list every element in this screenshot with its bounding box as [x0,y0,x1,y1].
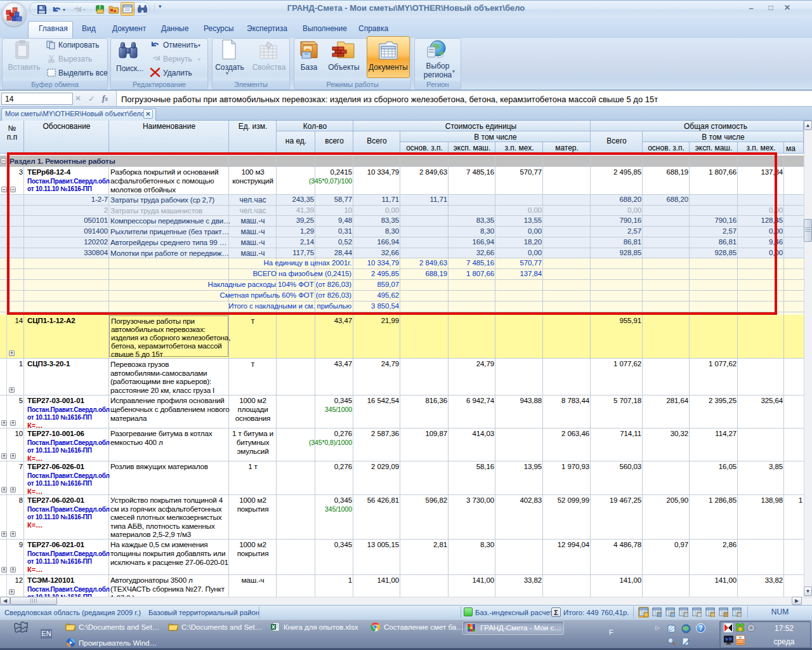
svg-text:МХ: МХ [738,637,742,639]
